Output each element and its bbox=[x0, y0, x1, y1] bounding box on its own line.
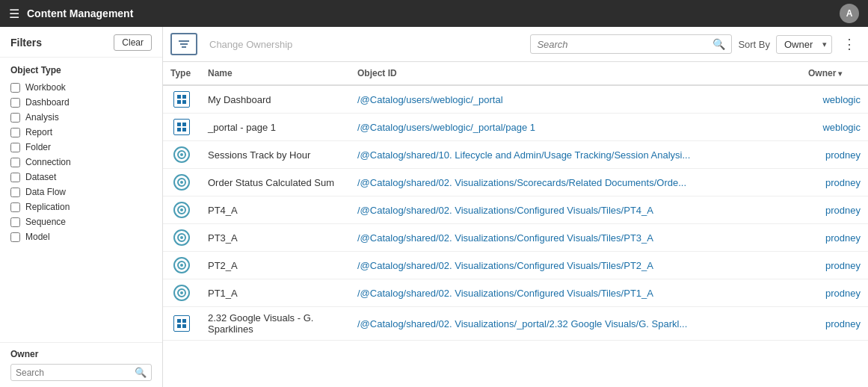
cell-objectid: /@Catalog/users/weblogic/_portal bbox=[350, 85, 801, 114]
cell-type bbox=[163, 85, 200, 114]
type-icon-circle bbox=[173, 257, 190, 273]
filters-header: Filters Clear bbox=[0, 27, 162, 58]
table-row[interactable]: PT2_A /@Catalog/shared/02. Visualization… bbox=[163, 252, 868, 279]
checkbox-replication[interactable] bbox=[10, 202, 20, 212]
checkbox-label: Dashboard bbox=[25, 97, 70, 108]
search-input[interactable] bbox=[537, 39, 708, 50]
checkbox-model[interactable] bbox=[10, 232, 20, 242]
cell-name: PT2_A bbox=[200, 252, 350, 279]
cell-objectid: /@Catalog/shared/02. Visualizations/Conf… bbox=[350, 252, 801, 279]
checkbox-workbook[interactable] bbox=[10, 83, 20, 93]
avatar[interactable]: A bbox=[840, 4, 859, 23]
object-type-item[interactable]: Replication bbox=[0, 199, 162, 214]
cell-owner: prodney bbox=[801, 307, 868, 341]
col-owner-label: Owner bbox=[808, 68, 836, 78]
type-icon-circle bbox=[173, 229, 190, 246]
owner-section: Owner 🔍 bbox=[0, 342, 162, 387]
svg-rect-3 bbox=[177, 95, 181, 99]
change-ownership-button[interactable]: Change Ownership bbox=[203, 36, 298, 53]
checkbox-folder[interactable] bbox=[10, 143, 20, 152]
cell-objectid: /@Catalog/shared/02. Visualizations/_por… bbox=[350, 307, 801, 341]
type-icon-grid bbox=[173, 315, 190, 332]
cell-type bbox=[163, 307, 200, 341]
cell-owner: weblogic bbox=[801, 114, 868, 141]
search-icon: 🔍 bbox=[712, 38, 725, 50]
type-icon-circle bbox=[173, 146, 190, 163]
cell-type bbox=[163, 224, 200, 252]
svg-rect-23 bbox=[177, 319, 181, 323]
table-wrap: Type Name Object ID Owner ▾ bbox=[163, 62, 868, 387]
cell-name: My Dashboard bbox=[200, 85, 350, 114]
checkbox-dashboard[interactable] bbox=[10, 98, 20, 108]
checkbox-report[interactable] bbox=[10, 128, 20, 137]
more-button[interactable]: ⋮ bbox=[838, 34, 861, 54]
content-table: Type Name Object ID Owner ▾ bbox=[163, 62, 868, 341]
svg-rect-25 bbox=[177, 324, 181, 328]
object-type-title: Object Type bbox=[0, 58, 162, 80]
checkbox-label: Report bbox=[25, 127, 52, 137]
type-icon-circle bbox=[173, 285, 190, 301]
checkbox-data-flow[interactable] bbox=[10, 188, 20, 197]
object-type-item[interactable]: Folder bbox=[0, 140, 162, 155]
object-type-item[interactable]: Model bbox=[0, 229, 162, 244]
checkbox-label: Connection bbox=[25, 157, 71, 167]
cell-owner: weblogic bbox=[801, 85, 868, 114]
filter-button[interactable] bbox=[170, 33, 197, 55]
cell-name: 2.32 Google Visuals - G. Sparklines bbox=[200, 307, 350, 341]
table-row[interactable]: PT3_A /@Catalog/shared/02. Visualization… bbox=[163, 224, 868, 252]
svg-rect-5 bbox=[177, 100, 181, 104]
svg-rect-10 bbox=[182, 128, 186, 131]
object-type-item[interactable]: Analysis bbox=[0, 110, 162, 125]
checkbox-label: Sequence bbox=[25, 217, 66, 227]
checkbox-dataset[interactable] bbox=[10, 173, 20, 182]
object-type-item[interactable]: Dataset bbox=[0, 170, 162, 185]
svg-point-14 bbox=[180, 181, 183, 184]
table-row[interactable]: Sessions Track by Hour /@Catalog/shared/… bbox=[163, 141, 868, 169]
object-type-item[interactable]: Report bbox=[0, 125, 162, 140]
col-type: Type bbox=[163, 62, 200, 85]
object-type-item[interactable]: Dashboard bbox=[0, 95, 162, 110]
cell-name: Order Status Calculated Sum bbox=[200, 169, 350, 196]
object-type-item[interactable]: Workbook bbox=[0, 80, 162, 95]
table-row[interactable]: My Dashboard /@Catalog/users/weblogic/_p… bbox=[163, 85, 868, 114]
table-row[interactable]: PT4_A /@Catalog/shared/02. Visualization… bbox=[163, 196, 868, 224]
svg-rect-9 bbox=[177, 128, 181, 131]
cell-type bbox=[163, 252, 200, 279]
cell-type bbox=[163, 169, 200, 196]
sort-dropdown-wrap: Owner Name Type bbox=[776, 35, 832, 54]
table-row[interactable]: _portal - page 1 /@Catalog/users/weblogi… bbox=[163, 114, 868, 141]
checkbox-label: Folder bbox=[25, 142, 51, 152]
checkbox-connection[interactable] bbox=[10, 158, 20, 167]
col-owner[interactable]: Owner ▾ bbox=[801, 62, 868, 85]
col-objectid: Object ID bbox=[350, 62, 801, 85]
table-body: My Dashboard /@Catalog/users/weblogic/_p… bbox=[163, 85, 868, 341]
object-type-item[interactable]: Data Flow bbox=[0, 185, 162, 199]
filter-icon bbox=[178, 38, 190, 50]
sort-arrow-icon: ▾ bbox=[838, 69, 842, 78]
owner-search-input[interactable] bbox=[16, 368, 132, 378]
object-type-item[interactable]: Connection bbox=[0, 155, 162, 170]
cell-name: PT3_A bbox=[200, 224, 350, 252]
sort-by-label: Sort By bbox=[738, 39, 770, 50]
toolbar: Change Ownership 🔍 Sort By Owner Name Ty… bbox=[163, 27, 868, 62]
sort-dropdown[interactable]: Owner Name Type bbox=[776, 35, 832, 54]
checkbox-sequence[interactable] bbox=[10, 217, 20, 227]
type-icon-grid bbox=[173, 119, 190, 135]
cell-owner: prodney bbox=[801, 224, 868, 252]
checkbox-analysis[interactable] bbox=[10, 113, 20, 123]
table-row[interactable]: Order Status Calculated Sum /@Catalog/sh… bbox=[163, 169, 868, 196]
cell-owner: prodney bbox=[801, 169, 868, 196]
table-row[interactable]: 2.32 Google Visuals - G. Sparklines /@Ca… bbox=[163, 307, 868, 341]
clear-button[interactable]: Clear bbox=[114, 34, 152, 51]
checkbox-label: Analysis bbox=[25, 112, 59, 123]
sidebar: Filters Clear Object Type WorkbookDashbo… bbox=[0, 27, 163, 387]
menu-icon[interactable]: ☰ bbox=[9, 7, 19, 21]
col-name: Name bbox=[200, 62, 350, 85]
svg-rect-4 bbox=[182, 95, 186, 99]
table-row[interactable]: PT1_A /@Catalog/shared/02. Visualization… bbox=[163, 279, 868, 307]
cell-objectid: /@Catalog/shared/02. Visualizations/Conf… bbox=[350, 224, 801, 252]
svg-rect-26 bbox=[182, 324, 186, 328]
object-type-item[interactable]: Sequence bbox=[0, 214, 162, 229]
main-layout: Filters Clear Object Type WorkbookDashbo… bbox=[0, 27, 868, 387]
filters-title: Filters bbox=[10, 37, 42, 49]
